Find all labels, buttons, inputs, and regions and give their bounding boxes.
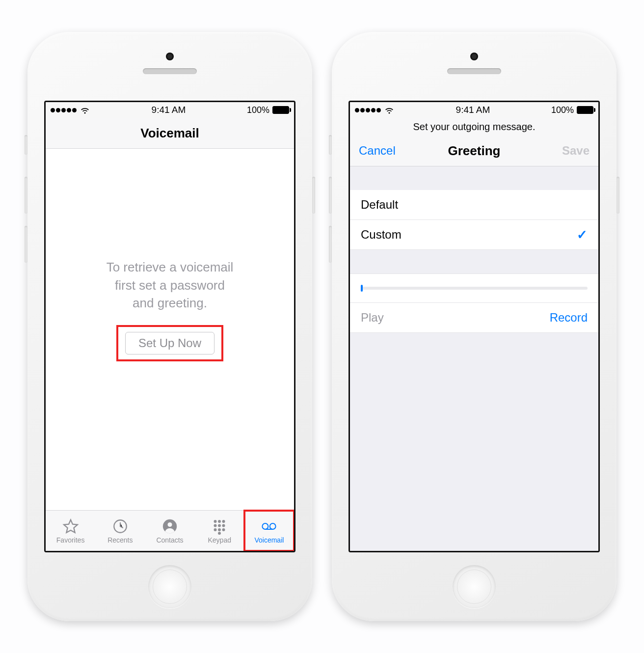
- mute-switch: [329, 135, 332, 155]
- battery-percent: 100%: [551, 105, 574, 115]
- earpiece-speaker: [447, 68, 501, 74]
- svg-point-12: [218, 532, 221, 535]
- volume-up-button: [329, 177, 332, 214]
- navbar-voicemail: Voicemail: [46, 118, 294, 149]
- volume-down-button: [329, 226, 332, 263]
- play-button[interactable]: Play: [361, 311, 384, 325]
- tab-recents-label: Recents: [107, 536, 133, 544]
- svg-point-2: [167, 522, 172, 526]
- status-time: 9:41 AM: [152, 105, 186, 115]
- status-bar: 9:41 AM 100%: [46, 102, 294, 118]
- tab-bar: Favorites Recents Contacts Keypad: [46, 510, 294, 551]
- svg-point-7: [218, 524, 221, 527]
- section-gap: [350, 166, 598, 190]
- tab-voicemail[interactable]: Voicemail: [244, 511, 294, 551]
- svg-point-5: [222, 520, 225, 523]
- section-gap: [350, 250, 598, 273]
- page-title: Voicemail: [140, 126, 199, 141]
- svg-point-10: [218, 528, 221, 531]
- tab-contacts[interactable]: Contacts: [145, 511, 194, 551]
- volume-up-button: [25, 177, 27, 214]
- greeting-row-custom[interactable]: Custom ✓: [350, 220, 598, 250]
- power-button: [617, 177, 619, 214]
- status-bar: 9:41 AM 100%: [350, 102, 598, 118]
- tab-voicemail-label: Voicemail: [254, 536, 284, 544]
- svg-point-6: [214, 524, 217, 527]
- svg-point-8: [222, 524, 225, 527]
- status-time: 9:41 AM: [456, 105, 490, 115]
- svg-point-4: [218, 520, 221, 523]
- earpiece-speaker: [143, 68, 197, 74]
- setup-highlight: Set Up Now: [116, 325, 223, 361]
- screen-left: 9:41 AM 100% Voicemail To retrieve a voi…: [44, 101, 295, 552]
- battery-percent: 100%: [247, 105, 269, 115]
- svg-point-13: [263, 523, 268, 529]
- set-up-now-button[interactable]: Set Up Now: [125, 332, 215, 354]
- svg-point-3: [214, 520, 217, 523]
- row-label: Default: [361, 198, 398, 212]
- svg-point-14: [270, 523, 276, 529]
- greeting-subhead: Set your outgoing message.: [350, 118, 598, 136]
- screen-right: 9:41 AM 100% Set your outgoing message. …: [349, 101, 600, 552]
- tab-recents[interactable]: Recents: [95, 511, 145, 551]
- cancel-button[interactable]: Cancel: [359, 136, 396, 166]
- page-title: Greeting: [448, 143, 501, 159]
- signal-dots-icon: [51, 108, 77, 112]
- wifi-icon: [384, 106, 395, 114]
- battery-icon: [577, 106, 593, 114]
- power-button: [312, 177, 315, 214]
- save-button[interactable]: Save: [562, 136, 590, 166]
- voicemail-setup-content: To retrieve a voicemail first set a pass…: [46, 149, 294, 551]
- svg-point-11: [222, 528, 225, 531]
- volume-down-button: [25, 226, 27, 263]
- comparison-stage: 9:41 AM 100% Voicemail To retrieve a voi…: [0, 0, 644, 653]
- signal-dots-icon: [355, 108, 381, 112]
- home-button[interactable]: [453, 565, 496, 608]
- wifi-icon: [80, 106, 90, 114]
- contact-icon: [161, 518, 178, 535]
- battery-icon: [272, 106, 289, 114]
- svg-point-9: [214, 528, 217, 531]
- empty-area: [350, 333, 598, 551]
- greeting-row-default[interactable]: Default: [350, 190, 598, 220]
- checkmark-icon: ✓: [577, 227, 588, 243]
- iphone-left: 9:41 AM 100% Voicemail To retrieve a voi…: [27, 32, 312, 621]
- setup-instruction-text: To retrieve a voicemail first set a pass…: [107, 258, 234, 312]
- iphone-right: 9:41 AM 100% Set your outgoing message. …: [332, 32, 617, 621]
- front-camera: [470, 53, 478, 60]
- front-camera: [166, 53, 174, 60]
- home-button[interactable]: [148, 565, 191, 608]
- tab-keypad[interactable]: Keypad: [195, 511, 244, 551]
- record-button[interactable]: Record: [550, 311, 588, 325]
- tab-favorites-label: Favorites: [56, 536, 85, 544]
- tab-contacts-label: Contacts: [156, 536, 183, 544]
- keypad-icon: [211, 518, 228, 535]
- star-icon: [62, 518, 79, 535]
- row-label: Custom: [361, 228, 402, 242]
- tab-keypad-label: Keypad: [208, 536, 231, 544]
- play-record-row: Play Record: [350, 303, 598, 333]
- recording-progress-row: [350, 273, 598, 303]
- clock-icon: [112, 518, 129, 535]
- mute-switch: [25, 135, 27, 155]
- recording-progress-track[interactable]: [361, 287, 588, 290]
- voicemail-icon: [261, 518, 277, 535]
- navbar-greeting: Cancel Greeting Save: [350, 136, 598, 166]
- tab-favorites[interactable]: Favorites: [46, 511, 95, 551]
